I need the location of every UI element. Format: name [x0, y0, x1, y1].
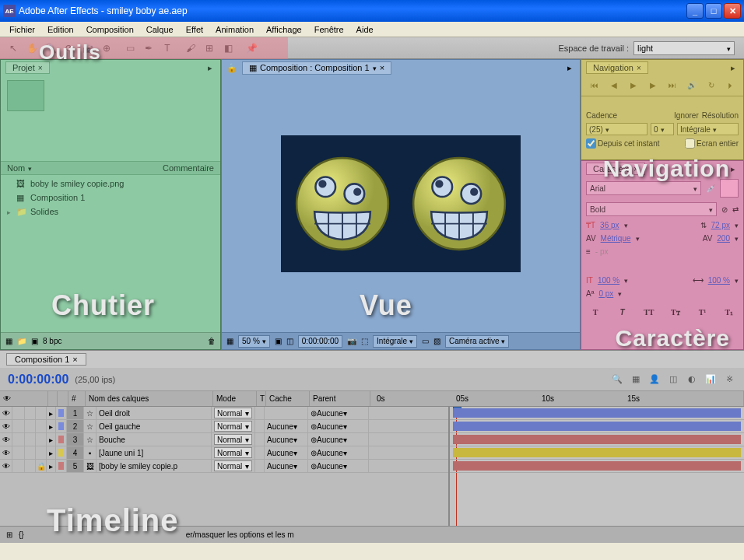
depuis-checkbox[interactable]: Depuis cet instant: [586, 138, 660, 149]
smallcaps-button[interactable]: Tᴛ: [669, 305, 683, 319]
audio-icon[interactable]: [12, 433, 25, 446]
close-icon[interactable]: ×: [380, 63, 384, 72]
brush-tool-icon[interactable]: 🖌: [182, 40, 199, 57]
t-toggle[interactable]: [255, 433, 265, 446]
close-icon[interactable]: ×: [637, 64, 641, 72]
trash-icon[interactable]: 🗑: [208, 337, 216, 345]
transparency-icon[interactable]: ▨: [433, 337, 440, 345]
menu-aide[interactable]: Aide: [350, 23, 380, 36]
menu-composition[interactable]: Composition: [80, 23, 140, 36]
visibility-icon[interactable]: 👁: [0, 446, 12, 459]
blend-mode-select[interactable]: Normal▾: [212, 433, 255, 446]
leading-field[interactable]: 72 px: [711, 221, 730, 229]
eyedropper-icon[interactable]: 💉: [706, 184, 715, 193]
close-icon[interactable]: ×: [38, 64, 43, 72]
camera-tool-icon[interactable]: 📷: [79, 40, 97, 57]
close-icon[interactable]: ×: [633, 165, 638, 173]
character-tab[interactable]: Caractère×: [586, 163, 645, 175]
solo-icon[interactable]: [25, 433, 36, 446]
col-nom[interactable]: Nom: [7, 163, 163, 173]
interpret-icon[interactable]: ▦: [5, 337, 12, 345]
search-icon[interactable]: 🔍: [610, 373, 624, 387]
vscale-field[interactable]: 100 %: [598, 276, 619, 285]
mask-icon[interactable]: ◫: [286, 337, 293, 345]
layer-track[interactable]: [450, 460, 744, 473]
expand-icon[interactable]: ▸: [47, 420, 56, 432]
label-color[interactable]: [56, 460, 67, 472]
zoom-tool-icon[interactable]: 🔍: [42, 40, 59, 57]
blend-mode-select[interactable]: Normal▾: [212, 407, 255, 419]
style-select[interactable]: Bold: [586, 202, 717, 216]
menu-calque[interactable]: Calque: [140, 23, 180, 36]
menu-edition[interactable]: Edition: [41, 23, 80, 36]
font-select[interactable]: Arial: [586, 181, 701, 195]
composition-canvas[interactable]: [281, 135, 521, 272]
menu-effet[interactable]: Effet: [180, 23, 209, 36]
lock-icon[interactable]: [36, 446, 47, 459]
layer-row[interactable]: 👁🔒▸5🖼[boby le smiley copie.pNormal▾Aucun…: [0, 460, 448, 473]
label-color[interactable]: [56, 433, 67, 446]
project-tab[interactable]: Projet×: [5, 61, 50, 74]
hscale-field[interactable]: 100 %: [708, 276, 730, 285]
audio-icon[interactable]: [12, 407, 25, 419]
swap-icon[interactable]: ⇄: [732, 205, 739, 214]
bold-button[interactable]: T: [588, 305, 602, 319]
toggle-switches-icon[interactable]: ⊞: [6, 530, 12, 539]
puppet-tool-icon[interactable]: 📌: [243, 40, 260, 57]
rotate-tool-icon[interactable]: ⟳: [61, 40, 78, 57]
project-item[interactable]: 🖼 boby le smiley copie.png: [1, 177, 220, 191]
project-item[interactable]: ▦ Composition 1: [1, 191, 220, 205]
composition-tab[interactable]: ▦ Composition : Composition 1 ×: [242, 61, 391, 75]
hand-tool-icon[interactable]: ✋: [23, 40, 40, 57]
label-color[interactable]: [56, 420, 67, 432]
expand-icon[interactable]: [7, 207, 13, 216]
visibility-icon[interactable]: 👁: [0, 407, 12, 419]
pen-tool-icon[interactable]: ✒: [140, 40, 157, 57]
navigation-tab[interactable]: Navigation×: [586, 61, 648, 74]
audio-icon[interactable]: [12, 460, 25, 472]
close-button[interactable]: ✕: [724, 3, 741, 19]
brainstorm-icon[interactable]: ※: [722, 373, 736, 387]
zoom-select[interactable]: 50 %: [238, 335, 270, 348]
solo-icon[interactable]: [25, 407, 36, 419]
layer-row[interactable]: 👁▸3☆BoucheNormal▾Aucune▾⊚ Aucune▾: [0, 433, 448, 446]
first-frame-icon[interactable]: ⏮: [588, 79, 602, 91]
parent-select[interactable]: ⊚ Aucune▾: [308, 420, 369, 432]
shy-icon[interactable]: 👤: [647, 373, 662, 387]
menu-fichier[interactable]: Fichier: [3, 23, 41, 36]
panel-menu-icon[interactable]: ▸: [564, 62, 575, 73]
parent-select[interactable]: ⊚ Aucune▾: [308, 446, 369, 459]
italic-button[interactable]: T: [615, 305, 629, 319]
col-cache[interactable]: Cache: [266, 391, 310, 406]
timeline-tab[interactable]: Composition 1×: [6, 353, 86, 366]
ecran-checkbox[interactable]: Ecran entier: [685, 138, 739, 149]
play-icon[interactable]: ▶: [626, 79, 640, 91]
motion-blur-icon[interactable]: ◐: [685, 373, 699, 387]
expand-icon[interactable]: ▸: [47, 446, 56, 459]
expand-icon[interactable]: ▸: [47, 407, 56, 419]
toggle-modes-icon[interactable]: {}: [19, 530, 24, 539]
col-layer-name[interactable]: Nom des calques: [86, 391, 213, 406]
visibility-icon[interactable]: 👁: [0, 460, 12, 472]
blend-mode-select[interactable]: Normal▾: [212, 420, 255, 432]
layer-track[interactable]: [450, 433, 744, 446]
col-mode[interactable]: Mode: [213, 391, 257, 406]
track-matte-select[interactable]: Aucune▾: [265, 420, 308, 432]
parent-select[interactable]: ⊚ Aucune▾: [308, 460, 369, 472]
solo-icon[interactable]: [25, 446, 36, 459]
audio-icon[interactable]: 🔊: [685, 79, 699, 91]
comp-new-icon[interactable]: ▣: [31, 337, 38, 345]
t-toggle[interactable]: [255, 460, 265, 472]
expand-icon[interactable]: ▸: [47, 433, 56, 446]
panel-menu-icon[interactable]: ▸: [728, 163, 739, 174]
folder-new-icon[interactable]: 📁: [17, 337, 26, 345]
workspace-select[interactable]: light: [633, 41, 735, 55]
panel-menu-icon[interactable]: ▸: [728, 62, 739, 73]
track-matte-select[interactable]: Aucune▾: [265, 460, 308, 472]
close-icon[interactable]: ×: [72, 355, 77, 364]
lock-icon[interactable]: [36, 407, 47, 419]
blend-mode-select[interactable]: Normal▾: [212, 460, 255, 472]
track-matte-select[interactable]: Aucune▾: [265, 433, 308, 446]
tracking-field[interactable]: 200: [717, 234, 730, 243]
current-time[interactable]: 0:00:00:00: [8, 373, 68, 387]
